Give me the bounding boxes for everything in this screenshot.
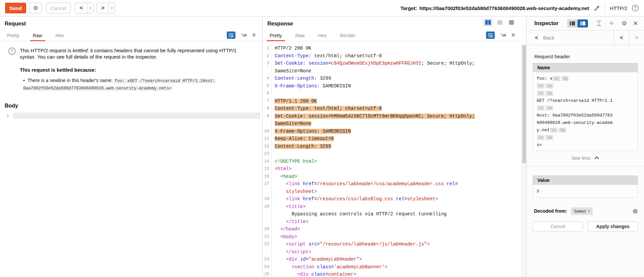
response-line[interactable]: Bypassing access controls via HTTP/2 req… <box>263 210 522 218</box>
inspector-settings-icon[interactable]: ⚙ <box>622 20 627 27</box>
line-number: 13 <box>263 150 272 158</box>
newline-toggle-icon[interactable]: \n <box>500 33 506 38</box>
see-less-button[interactable]: See less <box>527 155 644 161</box>
response-line[interactable]: 10X-Frame-Options: SAMEORIGIN <box>263 128 522 135</box>
response-line[interactable]: 17 <link href=/resources/labheader/css/a… <box>263 180 522 188</box>
line-number <box>263 248 272 256</box>
scrollbar-thumb[interactable] <box>522 45 526 163</box>
header-name-editor[interactable]: foo: x\r\n\r\n\r\nGET /?search=carsaid H… <box>533 72 638 151</box>
apply-changes-button[interactable]: Apply changes <box>588 221 638 231</box>
response-scrollbar[interactable] <box>522 45 526 277</box>
response-line[interactable]: </script> <box>263 248 522 256</box>
response-editor[interactable]: 1HTTP/2 200 OK2Content-Type: text/html; … <box>263 45 522 277</box>
response-line[interactable]: 15<html> <box>263 165 522 173</box>
header-name-line: \r\n <box>537 104 634 112</box>
response-line[interactable]: 3Set-Cookie: session=c84QzwOWvmSEsjhDpE3… <box>263 60 522 67</box>
body-line-number: 1 <box>4 113 9 118</box>
back-request-button[interactable]: < ▾ <box>75 3 94 13</box>
header-value-editor[interactable]: y <box>533 185 638 198</box>
response-line[interactable]: 7HTTP/1.1 200 OK <box>263 97 522 105</box>
header-name-line: s= <box>537 141 634 148</box>
line-number: 2 <box>263 52 272 60</box>
response-line[interactable]: 8Content-Type: text/html; charset=utf-8 <box>263 105 522 113</box>
header-name-line: 600490028.web-security-academ <box>537 119 634 126</box>
response-line[interactable]: 14<!DOCTYPE html> <box>263 158 522 165</box>
editor-menu-icon[interactable]: ≡ <box>252 32 256 39</box>
line-number: 19 <box>263 203 272 211</box>
layout-columns-button[interactable] <box>483 18 493 26</box>
dropdown-icon[interactable]: ▾ <box>88 3 93 13</box>
send-button[interactable]: Send <box>5 3 26 13</box>
response-line[interactable]: SameSite=None <box>263 67 522 75</box>
dock-left-button[interactable] <box>567 19 578 27</box>
response-line[interactable]: 9Set-Cookie: session=hM9eW54zXKC7lOcMTt9… <box>263 113 522 120</box>
tab-hex[interactable]: Hex <box>56 30 64 41</box>
response-line[interactable]: 1HTTP/2 200 OK <box>263 45 522 52</box>
help-icon[interactable]: ? <box>632 5 639 11</box>
next-item-button[interactable]: > <box>629 30 644 45</box>
newline-toggle-icon[interactable]: \n <box>241 33 247 38</box>
response-line[interactable]: 12Content-Length: 3299 <box>263 143 522 150</box>
response-line[interactable]: 6 <box>263 90 522 97</box>
tab-raw[interactable]: Raw <box>296 30 305 41</box>
tab-render[interactable]: Render <box>340 30 356 41</box>
response-line[interactable]: 5X-Frame-Options: SAMEORIGIN <box>263 82 522 90</box>
tab-pretty[interactable]: Pretty <box>7 30 19 41</box>
tab-pretty[interactable]: Pretty <box>270 30 282 41</box>
control-char-badge: \n <box>546 91 553 96</box>
edit-target-icon[interactable] <box>594 5 600 11</box>
response-line[interactable]: </title> <box>263 218 522 226</box>
layout-single-button[interactable] <box>507 18 516 26</box>
collapse-all-icon[interactable] <box>609 20 614 26</box>
response-line[interactable]: 25 <div class=container> <box>263 271 522 277</box>
inspector-cancel-button[interactable]: Cancel <box>533 221 583 231</box>
body-empty-line[interactable] <box>13 113 260 119</box>
response-line[interactable]: 11Keep-Alive: timeout=0 <box>263 135 522 143</box>
response-line[interactable]: 18 <link href=/resources/css/labsBlog.cs… <box>263 195 522 203</box>
body-editor[interactable]: 1 <box>0 113 262 119</box>
header-name-line: \r\n <box>537 134 634 141</box>
inspector-panel: Inspector ⚙ × < Back < > Request header … <box>527 16 644 277</box>
inspector-view-toggle <box>567 19 588 27</box>
response-line[interactable]: 2Content-Type: text/html; charset=utf-8 <box>263 52 522 60</box>
expand-all-icon[interactable] <box>596 20 602 26</box>
response-line[interactable]: 23 <div id="academyLabHeader"> <box>263 256 522 263</box>
chevron-left-icon: < <box>75 3 87 13</box>
response-line[interactable]: stylesheet> <box>263 188 522 196</box>
line-number: 22 <box>263 240 272 248</box>
control-char-badge: \r <box>550 128 557 133</box>
tab-raw[interactable]: Raw <box>33 30 42 41</box>
kettled-intro: This HTTP/2 request is kettled: it conta… <box>20 47 238 60</box>
soft-wrap-icon[interactable] <box>227 31 235 39</box>
line-number: 4 <box>263 75 272 82</box>
decoded-from-select[interactable]: Select ▾ <box>571 207 593 215</box>
response-line[interactable]: 21 <body> <box>263 233 522 241</box>
bullet-icon: • <box>23 78 25 83</box>
close-icon[interactable]: × <box>633 20 638 27</box>
prev-item-button[interactable]: < <box>614 30 629 45</box>
header-name-line: GET /?search=carsaid HTTP/1.1 <box>537 97 634 104</box>
response-line[interactable]: 4Content-Length: 3299 <box>263 75 522 82</box>
tab-hex[interactable]: Hex <box>318 30 327 41</box>
response-line[interactable]: 13 <box>263 150 522 158</box>
add-decoding-icon[interactable]: ⊕ <box>632 207 638 215</box>
response-line[interactable]: 16 <head> <box>263 173 522 181</box>
inspector-section-label: Request header <box>534 54 644 59</box>
cancel-button[interactable]: Cancel <box>46 3 71 13</box>
forward-request-button[interactable]: > ▾ <box>97 3 115 13</box>
soft-wrap-icon[interactable] <box>486 31 495 39</box>
chevron-up-icon <box>594 156 599 159</box>
dropdown-icon[interactable]: ▾ <box>109 3 115 13</box>
response-line[interactable]: 24 <section class='academyLabBanner'> <box>263 263 522 271</box>
response-line[interactable]: SameSite=None <box>263 120 522 128</box>
send-settings-button[interactable]: ⚙ <box>30 3 42 13</box>
editor-menu-icon[interactable]: ≡ <box>512 32 515 39</box>
value-header: Value <box>533 176 638 185</box>
layout-rows-button[interactable] <box>495 18 504 26</box>
back-button[interactable]: < Back <box>527 30 614 45</box>
response-line[interactable]: 20 </head> <box>263 225 522 233</box>
response-line[interactable]: 22 <script src="/resources/labheader/js/… <box>263 240 522 248</box>
dock-right-button[interactable] <box>578 19 588 27</box>
response-panel: Response PrettyRawHexRender \n ≡ 1HTTP/2… <box>263 16 527 277</box>
response-line[interactable]: 19 <title> <box>263 203 522 211</box>
